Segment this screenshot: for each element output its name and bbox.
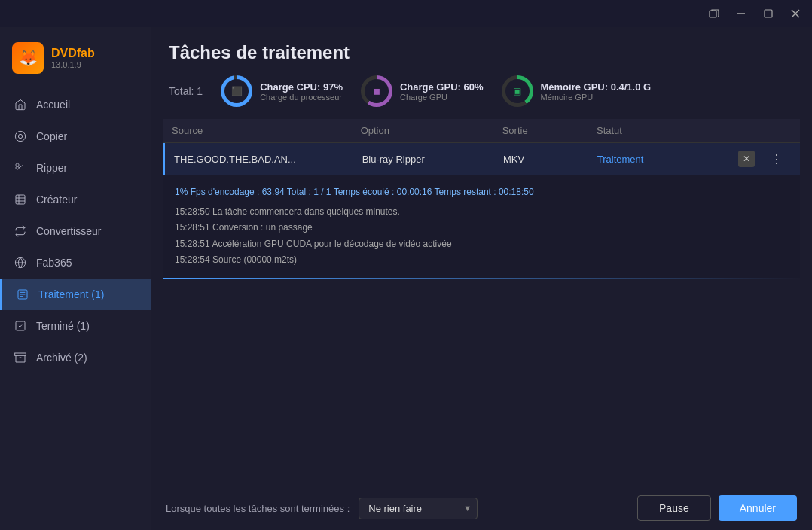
logo-icon: 🦊 — [12, 42, 44, 74]
window-controls — [704, 3, 806, 24]
svg-rect-7 — [16, 195, 25, 204]
sidebar-item-label: Convertisseur — [36, 225, 101, 237]
cpu-icon: ⬛ — [231, 86, 243, 96]
col-sortie: Sortie — [502, 125, 597, 136]
sidebar-item-copier[interactable]: Copier — [0, 120, 151, 152]
layers-icon — [14, 193, 27, 206]
log-line-4: 15:28:54 Source (00000.m2ts) — [175, 252, 788, 269]
sidebar-item-label: Créateur — [36, 193, 77, 206]
total-label: Total: 1 — [169, 85, 203, 97]
page-title: Tâches de traitement — [169, 42, 794, 63]
check-icon — [14, 319, 27, 333]
bottom-bar: Lorsque toutes les tâches sont terminées… — [151, 486, 812, 530]
title-bar — [0, 0, 812, 27]
stats-row: Total: 1 ⬛ Charge CPU: 97% Charge du pro… — [169, 75, 794, 107]
sidebar-item-ripper[interactable]: Ripper — [0, 152, 151, 184]
restore-button[interactable] — [704, 3, 725, 24]
maximize-button[interactable] — [758, 3, 779, 24]
sidebar-item-label: Fab365 — [36, 257, 72, 269]
cpu-sublabel: Charge du processeur — [260, 93, 343, 102]
log-progress-line: 1% Fps d'encodage : 63.94 Total : 1 / 1 … — [175, 184, 788, 201]
app-logo: 🦊 DVDfab 13.0.1.9 — [0, 33, 151, 89]
sidebar-item-label: Archivé (2) — [36, 352, 87, 364]
sidebar-item-label: Ripper — [36, 162, 67, 174]
pause-button[interactable]: Pause — [637, 495, 711, 521]
gpu-stat: ◼ Charge GPU: 60% Charge GPU — [361, 75, 484, 107]
sidebar-item-label: Copier — [36, 130, 67, 142]
col-option: Option — [361, 125, 502, 136]
gpu-label: Charge GPU: 60% — [400, 81, 484, 93]
home-icon — [14, 98, 27, 111]
sidebar-item-label: Traitement (1) — [38, 288, 104, 300]
svg-rect-18 — [15, 353, 26, 355]
cpu-label: Charge CPU: 97% — [260, 81, 343, 93]
sidebar-item-fab365[interactable]: Fab365 — [0, 247, 151, 279]
main-content: Tâches de traitement Total: 1 ⬛ Charge C… — [151, 27, 812, 530]
archive-icon — [14, 351, 27, 364]
sidebar-item-traitement[interactable]: Traitement (1) — [0, 279, 151, 310]
app-name: DVDfab — [51, 47, 95, 60]
table-header: Source Option Sortie Statut — [163, 119, 800, 143]
sidebar-item-label: Accueil — [36, 99, 70, 111]
row-more-button[interactable]: ⋮ — [768, 151, 785, 167]
copy-icon — [14, 129, 27, 143]
table-row: THE.GOOD.THE.BAD.AN... Blu-ray Ripper MK… — [163, 143, 800, 175]
sidebar: 🦊 DVDfab 13.0.1.9 Accueil Copier — [0, 27, 151, 530]
svg-rect-0 — [710, 11, 716, 17]
scissors-icon — [14, 161, 27, 175]
row-sortie: MKV — [503, 154, 597, 165]
mem-icon: ▣ — [513, 86, 521, 96]
minimize-button[interactable] — [731, 3, 752, 24]
sidebar-item-convertisseur[interactable]: Convertisseur — [0, 215, 151, 247]
gpu-circle: ◼ — [361, 75, 392, 107]
svg-rect-2 — [765, 10, 772, 17]
close-button[interactable] — [785, 3, 806, 24]
table-container: Source Option Sortie Statut THE.GOOD.THE… — [151, 119, 812, 486]
progress-divider — [163, 278, 800, 279]
globe-icon — [14, 256, 27, 270]
action-buttons: Pause Annuler — [637, 495, 797, 521]
log-line-1: 15:28:50 La tâche commencera dans quelqu… — [175, 204, 788, 221]
svg-point-5 — [15, 131, 25, 141]
mem-label: Mémoire GPU: 0.4/1.0 G — [541, 81, 652, 93]
log-line-3: 15:28:51 Accélération GPU CUDA pour le d… — [175, 236, 788, 253]
cpu-stat: ⬛ Charge CPU: 97% Charge du processeur — [221, 75, 343, 107]
sidebar-item-label: Terminé (1) — [36, 320, 90, 332]
row-close-button[interactable]: ✕ — [738, 151, 755, 167]
sidebar-item-accueil[interactable]: Accueil — [0, 89, 151, 120]
sidebar-item-archive[interactable]: Archivé (2) — [0, 342, 151, 373]
gpu-sublabel: Charge GPU — [400, 93, 484, 102]
sidebar-item-termine[interactable]: Terminé (1) — [0, 310, 151, 342]
completion-dropdown[interactable]: Ne rien faire Éteindre Mettre en veille … — [359, 498, 478, 519]
gpu-icon: ◼ — [373, 86, 380, 96]
content-header: Tâches de traitement Total: 1 ⬛ Charge C… — [151, 27, 812, 119]
log-line-2: 15:28:51 Conversion : un passage — [175, 220, 788, 236]
col-source: Source — [172, 125, 361, 136]
app-version: 13.0.1.9 — [51, 60, 95, 69]
log-area: 1% Fps d'encodage : 63.94 Total : 1 / 1 … — [163, 175, 800, 278]
process-icon — [16, 288, 29, 301]
completion-label: Lorsque toutes les tâches sont terminées… — [166, 503, 350, 514]
completion-section: Lorsque toutes les tâches sont terminées… — [166, 498, 478, 519]
row-source: THE.GOOD.THE.BAD.AN... — [174, 154, 362, 165]
mem-sublabel: Mémoire GPU — [541, 93, 652, 102]
row-option: Blu-ray Ripper — [362, 154, 503, 165]
row-statut: Traitement — [597, 154, 738, 165]
svg-point-6 — [18, 134, 22, 138]
col-statut: Statut — [597, 125, 738, 136]
cancel-button[interactable]: Annuler — [719, 495, 797, 521]
convert-icon — [14, 224, 27, 238]
sidebar-item-createur[interactable]: Créateur — [0, 184, 151, 215]
mem-circle: ▣ — [502, 75, 533, 107]
sidebar-nav: Accueil Copier Ripper Créateur — [0, 89, 151, 530]
completion-dropdown-wrapper[interactable]: Ne rien faire Éteindre Mettre en veille … — [359, 498, 478, 519]
mem-stat: ▣ Mémoire GPU: 0.4/1.0 G Mémoire GPU — [502, 75, 652, 107]
cpu-circle: ⬛ — [221, 75, 252, 107]
